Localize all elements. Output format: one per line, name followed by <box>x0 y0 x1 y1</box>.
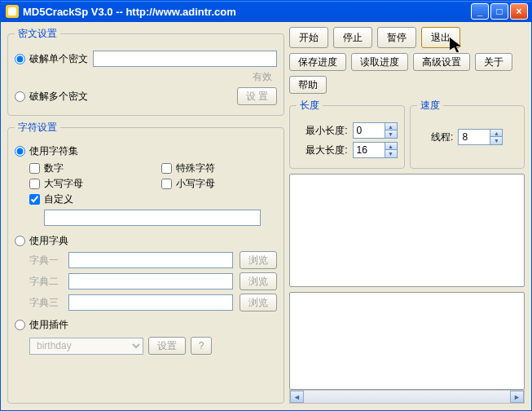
dict1-row: 字典一 浏览 <box>29 251 277 269</box>
multi-cipher-set-button: 设 置 <box>237 87 277 105</box>
custom-check[interactable]: 自定义 <box>29 192 145 206</box>
dict2-input <box>68 273 233 289</box>
cipher-group: 密文设置 破解单个密文 有效 破解多个密文 <box>7 27 284 116</box>
min-length-spinner[interactable]: ▲▼ <box>353 122 398 139</box>
single-cipher-row: 破解单个密文 <box>15 51 277 67</box>
dict3-label: 字典三 <box>29 296 62 310</box>
save-progress-button[interactable]: 保存进度 <box>289 53 346 71</box>
load-progress-button[interactable]: 读取进度 <box>351 53 408 71</box>
dict1-browse-button: 浏览 <box>240 251 277 269</box>
max-length-spinner[interactable]: ▲▼ <box>353 142 398 158</box>
upper-check[interactable]: 大写字母 <box>29 177 145 191</box>
plugin-select: birthday <box>29 338 143 355</box>
app-window: MD5CrackSp V3.0 -- http://www.adintr.com… <box>0 0 532 411</box>
max-length-input[interactable] <box>353 142 385 158</box>
stop-button[interactable]: 停止 <box>333 27 372 48</box>
use-dict-radio-label[interactable]: 使用字典 <box>15 234 68 248</box>
spin-up-icon[interactable]: ▲ <box>490 130 502 137</box>
use-dict-radio[interactable] <box>15 236 25 246</box>
dict3-row: 字典三 浏览 <box>29 294 277 312</box>
speed-legend: 速度 <box>417 99 443 113</box>
max-length-label: 最大长度: <box>306 144 347 157</box>
length-group: 长度 最小长度: ▲▼ 最大长度: ▲▼ <box>289 99 405 169</box>
spin-down-icon[interactable]: ▼ <box>490 137 502 144</box>
start-button[interactable]: 开始 <box>289 27 328 48</box>
left-column: 密文设置 破解单个密文 有效 破解多个密文 <box>7 27 284 404</box>
close-button[interactable]: × <box>510 3 528 20</box>
exit-button[interactable]: 退出 <box>421 27 460 48</box>
single-cipher-input[interactable] <box>93 51 277 67</box>
multi-cipher-row: 破解多个密文 设 置 <box>15 87 277 105</box>
dict1-label: 字典一 <box>29 254 62 267</box>
use-charset-radio-label[interactable]: 使用字符集 <box>15 144 78 158</box>
multi-cipher-radio[interactable] <box>15 91 25 102</box>
digits-check[interactable]: 数字 <box>29 161 145 175</box>
advanced-button[interactable]: 高级设置 <box>413 53 470 71</box>
action-row-1: 开始 停止 暂停 退出 <box>289 27 525 48</box>
scroll-right-icon[interactable]: ► <box>510 391 524 403</box>
plugin-help-button: ? <box>191 337 212 355</box>
dict3-browse-button: 浏览 <box>240 294 277 312</box>
spin-down-icon[interactable]: ▼ <box>385 130 397 138</box>
charset-checkbox-grid: 数字 特殊字符 大写字母 小写字母 自定义 <box>29 161 277 206</box>
app-icon <box>6 5 19 18</box>
use-plugin-radio[interactable] <box>15 320 25 330</box>
scroll-left-icon[interactable]: ◄ <box>290 391 304 403</box>
minimize-button[interactable]: _ <box>471 3 489 20</box>
scroll-track[interactable] <box>304 391 510 403</box>
spin-up-icon[interactable]: ▲ <box>385 143 397 150</box>
min-length-input[interactable] <box>353 122 385 139</box>
use-plugin-radio-label[interactable]: 使用插件 <box>15 318 68 332</box>
output-panel-bottom[interactable] <box>289 292 525 390</box>
custom-charset-input[interactable] <box>44 210 261 226</box>
threads-label: 线程: <box>431 130 453 144</box>
window-controls: _ □ × <box>471 3 528 20</box>
dict3-input <box>68 294 233 311</box>
threads-input[interactable] <box>458 129 490 145</box>
valid-hint: 有效 <box>253 70 272 84</box>
about-button[interactable]: 关于 <box>475 53 512 71</box>
dict2-browse-button: 浏览 <box>240 272 277 290</box>
titlebar: MD5CrackSp V3.0 -- http://www.adintr.com… <box>1 1 531 22</box>
right-column: 开始 停止 暂停 退出 保存进度 读取进度 高级设置 关于 帮助 长度 最小长度… <box>289 27 525 404</box>
output-panel-top[interactable] <box>289 174 525 287</box>
horizontal-scrollbar[interactable]: ◄ ► <box>289 390 525 404</box>
cipher-legend: 密文设置 <box>15 27 60 41</box>
charset-legend: 字符设置 <box>15 121 60 135</box>
use-charset-radio[interactable] <box>15 146 25 157</box>
length-legend: 长度 <box>297 99 323 113</box>
window-title: MD5CrackSp V3.0 -- http://www.adintr.com <box>23 6 467 18</box>
threads-spinner[interactable]: ▲▼ <box>458 129 503 145</box>
dict2-row: 字典二 浏览 <box>29 272 277 290</box>
special-check[interactable]: 特殊字符 <box>161 161 277 175</box>
plugin-row: birthday 设置 ? <box>29 337 277 355</box>
maximize-button[interactable]: □ <box>490 3 508 20</box>
dict1-input <box>68 252 233 268</box>
help-button[interactable]: 帮助 <box>289 76 327 94</box>
dict2-label: 字典二 <box>29 275 62 289</box>
spin-down-icon[interactable]: ▼ <box>385 150 397 157</box>
speed-group: 速度 线程: ▲▼ <box>410 99 525 169</box>
length-speed-row: 长度 最小长度: ▲▼ 最大长度: ▲▼ <box>289 99 525 169</box>
lower-check[interactable]: 小写字母 <box>161 177 277 191</box>
min-length-label: 最小长度: <box>306 124 347 138</box>
charset-group: 字符设置 使用字符集 数字 特殊字符 大写字母 小写字母 自定义 <box>7 121 284 404</box>
action-row-2: 保存进度 读取进度 高级设置 关于 帮助 <box>289 53 525 94</box>
content-area: 密文设置 破解单个密文 有效 破解多个密文 <box>1 22 531 410</box>
spin-up-icon[interactable]: ▲ <box>385 123 397 130</box>
multi-cipher-radio-label[interactable]: 破解多个密文 <box>15 90 88 104</box>
single-cipher-radio-label[interactable]: 破解单个密文 <box>15 52 88 66</box>
single-cipher-radio[interactable] <box>15 54 25 64</box>
plugin-set-button: 设置 <box>148 337 186 355</box>
pause-button[interactable]: 暂停 <box>377 27 416 48</box>
